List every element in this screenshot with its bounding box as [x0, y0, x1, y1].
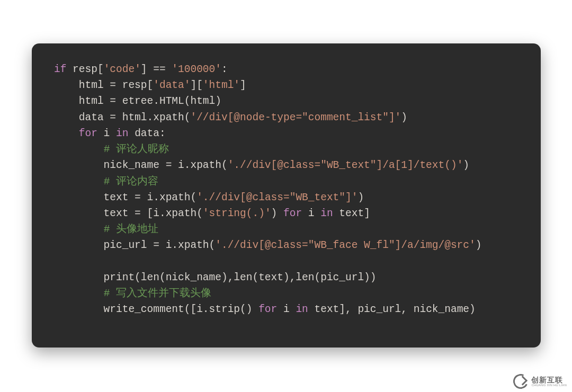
code-token	[54, 176, 104, 188]
code-token: in	[116, 128, 128, 139]
code-token: ]	[240, 79, 246, 91]
code-panel: if resp['code'] == '100000': html = resp…	[32, 43, 541, 348]
code-token: in	[296, 304, 308, 315]
code-token: resp[	[66, 64, 103, 75]
code-token: text]	[333, 208, 370, 219]
code-token	[54, 224, 104, 235]
watermark-logo-icon	[513, 374, 528, 389]
code-token: 'data'	[153, 79, 190, 91]
watermark-text: 创新互联 CHUANG XIN HU LIAN	[531, 376, 567, 387]
code-token: './/div[@class="WB_text"]/a[1]/text()'	[228, 159, 463, 171]
code-token: if	[54, 64, 66, 75]
code-token: :	[221, 64, 228, 75]
code-token	[54, 128, 79, 139]
code-line: # 写入文件并下载头像	[54, 288, 211, 299]
code-token: # 评论人昵称	[104, 144, 169, 155]
code-line: nick_name = i.xpath('.//div[@class="WB_t…	[54, 159, 469, 171]
code-token: # 评论内容	[104, 176, 158, 188]
code-line: pic_url = i.xpath('.//div[@class="WB_fac…	[54, 239, 481, 251]
code-token: html = resp[	[54, 79, 153, 91]
watermark-zh: 创新互联	[531, 376, 567, 384]
code-token: in	[320, 208, 333, 219]
code-token: text], pic_url, nick_name)	[308, 304, 476, 315]
code-token: data = html.xpath(	[54, 112, 190, 123]
code-token: # 写入文件并下载头像	[104, 288, 211, 299]
code-token: text = [i.xpath(	[54, 208, 203, 219]
code-token: )	[358, 192, 364, 203]
code-block: if resp['code'] == '100000': html = resp…	[54, 61, 519, 318]
code-token: print(len(nick_name),len(text),len(pic_u…	[54, 272, 377, 283]
code-line: if resp['code'] == '100000':	[54, 64, 228, 75]
code-line: text = i.xpath('.//div[@class="WB_text"]…	[54, 192, 364, 203]
code-token	[54, 288, 104, 299]
code-token: )	[271, 208, 283, 219]
code-token: i	[277, 304, 296, 315]
code-token: )	[463, 159, 469, 171]
code-line: # 头像地址	[54, 224, 158, 235]
code-line: # 评论人昵称	[54, 144, 169, 155]
code-token: )	[401, 112, 407, 123]
code-line: # 评论内容	[54, 176, 158, 188]
code-token: i	[97, 128, 116, 139]
code-line: html = resp['data']['html']	[54, 79, 246, 91]
code-token: 'string(.)'	[203, 208, 271, 219]
code-token: nick_name = i.xpath(	[54, 159, 228, 171]
code-token: ] ==	[141, 64, 172, 75]
code-token: # 头像地址	[104, 224, 158, 235]
code-token: data:	[128, 128, 165, 139]
code-line: html = etree.HTML(html)	[54, 95, 221, 107]
code-token: './/div[@class="WB_face W_fl"]/a/img/@sr…	[215, 239, 475, 251]
code-token	[54, 144, 104, 155]
code-token: ][	[190, 79, 202, 91]
code-token: 'code'	[104, 64, 141, 75]
code-token: for	[79, 128, 97, 139]
code-token: '100000'	[172, 64, 221, 75]
watermark: 创新互联 CHUANG XIN HU LIAN	[513, 374, 567, 389]
code-token: pic_url = i.xpath(	[54, 239, 215, 251]
code-token: 'html'	[203, 79, 240, 91]
code-line: for i in data:	[54, 128, 166, 139]
code-token: for	[283, 208, 302, 219]
code-line: text = [i.xpath('string(.)') for i in te…	[54, 208, 370, 219]
code-token: )	[476, 239, 482, 251]
watermark-pinyin: CHUANG XIN HU LIAN	[531, 384, 567, 387]
code-line: print(len(nick_name),len(text),len(pic_u…	[54, 272, 377, 283]
code-token: i	[302, 208, 320, 219]
code-line: data = html.xpath('//div[@node-type="com…	[54, 112, 407, 123]
code-token: html = etree.HTML(html)	[54, 95, 221, 107]
code-token: for	[258, 304, 277, 315]
code-token: write_comment([i.strip()	[54, 304, 258, 315]
code-token: text = i.xpath(	[54, 192, 196, 203]
code-line: write_comment([i.strip() for i in text],…	[54, 304, 476, 315]
code-token: './/div[@class="WB_text"]'	[196, 192, 358, 203]
code-token: '//div[@node-type="comment_list"]'	[190, 112, 401, 123]
